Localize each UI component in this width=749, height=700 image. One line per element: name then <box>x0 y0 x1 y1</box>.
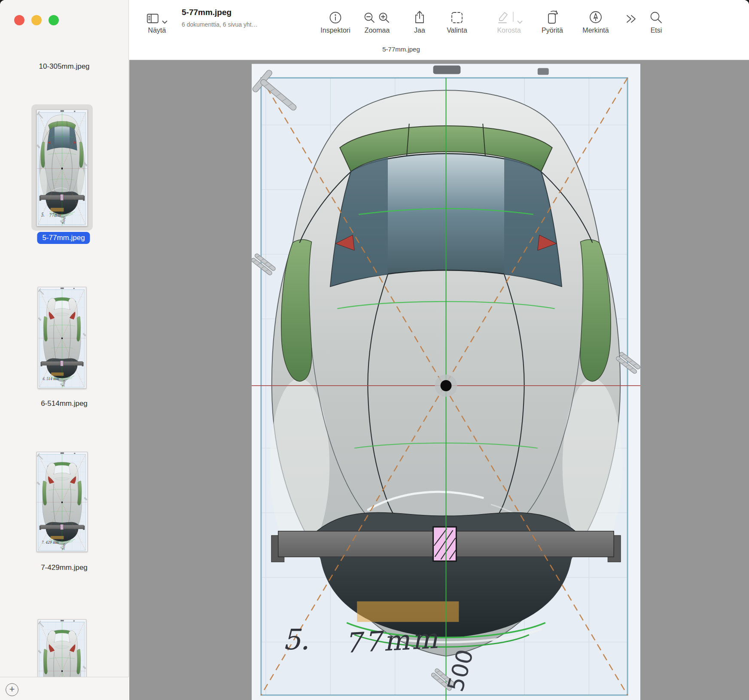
window-title: 5-77mm.jpeg <box>182 8 258 17</box>
highlighter-icon <box>496 11 509 24</box>
add-page-button[interactable]: + <box>6 683 18 696</box>
info-icon <box>329 11 342 24</box>
content-area: Näytä 5-77mm.jpeg 6 dokumenttia, 6 sivua… <box>129 0 749 700</box>
view-menu-button[interactable]: Näytä <box>146 8 167 34</box>
sidebar-item-5-77mm-label: 5-77mm.jpeg <box>37 232 90 244</box>
sidebar: 10-305mm.jpeg 5-77mm.jpeg 6. 514 mm 6-51… <box>0 0 129 700</box>
svg-text:7. 429 mm: 7. 429 mm <box>41 540 58 545</box>
sidebar-item-10-305mm-label[interactable]: 10-305mm.jpeg <box>0 62 128 71</box>
toolbar-overflow-button[interactable] <box>622 8 639 27</box>
sidebar-item-6-514mm-thumbnail[interactable]: 6. 514 mm <box>38 287 86 389</box>
sidebar-item-7-429mm-thumbnail[interactable]: 7. 429 mm <box>37 452 88 552</box>
search-button[interactable]: Etsi <box>647 8 665 34</box>
double-chevron-right-icon <box>624 14 637 24</box>
zoom-in-icon <box>378 12 390 24</box>
sidebar-item-5-77mm-thumbnail[interactable] <box>37 110 88 226</box>
markup-button[interactable]: Merkintä <box>578 8 613 34</box>
document-page <box>252 63 640 700</box>
share-button[interactable]: Jaa <box>409 8 430 34</box>
toolbar: Näytä 5-77mm.jpeg 6 dokumenttia, 6 sivua… <box>129 0 749 60</box>
fullscreen-button[interactable] <box>49 15 59 25</box>
highlight-button: Korosta <box>493 8 525 34</box>
preview-window: 10-305mm.jpeg 5-77mm.jpeg 6. 514 mm 6-51… <box>0 0 749 700</box>
search-icon <box>650 11 663 24</box>
toolbar-divider <box>512 11 515 24</box>
sidebar-item-partial-thumbnail[interactable] <box>38 619 86 677</box>
current-page-filename: 5-77mm.jpeg <box>382 46 420 53</box>
selection-button[interactable]: Valinta <box>443 8 471 34</box>
zoom-out-icon <box>364 12 376 24</box>
minimize-button[interactable] <box>31 15 42 25</box>
chevron-down-icon <box>162 20 167 24</box>
share-icon <box>414 10 426 24</box>
close-button[interactable] <box>14 15 24 25</box>
traffic-lights <box>14 15 59 25</box>
title-block: 5-77mm.jpeg 6 dokumenttia, 6 sivua yht… <box>182 8 258 28</box>
sidebar-item-7-429mm-label[interactable]: 7-429mm.jpeg <box>0 563 128 572</box>
document-canvas <box>129 60 749 700</box>
inspector-button[interactable]: Inspektori <box>315 8 356 34</box>
rotate-button[interactable]: Pyöritä <box>537 8 567 34</box>
svg-text:6. 514 mm: 6. 514 mm <box>43 376 59 381</box>
window-subtitle: 6 dokumenttia, 6 sivua yht… <box>182 21 258 28</box>
chevron-down-icon <box>517 20 523 24</box>
sidebar-footer: + <box>0 677 129 700</box>
markup-pen-icon <box>589 10 603 24</box>
rotate-icon <box>546 9 559 24</box>
selection-icon <box>451 11 463 24</box>
sidebar-toggle-icon <box>146 13 159 24</box>
sidebar-item-6-514mm-label[interactable]: 6-514mm.jpeg <box>0 399 128 408</box>
zoom-buttons[interactable]: Zoomaa <box>360 8 394 34</box>
